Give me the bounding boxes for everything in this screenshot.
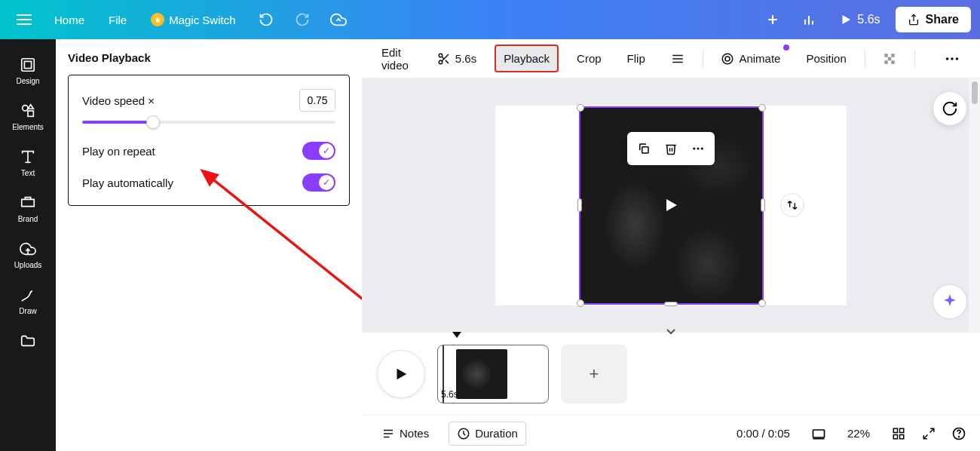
more-button[interactable] bbox=[936, 44, 968, 73]
speed-slider[interactable] bbox=[82, 121, 335, 124]
svg-rect-46 bbox=[813, 430, 824, 437]
svg-point-33 bbox=[951, 57, 954, 60]
duplicate-button[interactable] bbox=[632, 137, 656, 161]
timeline: 5.6s + bbox=[362, 332, 980, 415]
sidebar-item-text[interactable]: Text bbox=[3, 140, 53, 185]
home-nav[interactable]: Home bbox=[45, 8, 93, 32]
sidebar-item-elements[interactable]: Elements bbox=[3, 94, 53, 139]
auto-toggle[interactable]: ✓ bbox=[302, 173, 335, 192]
analytics-button[interactable] bbox=[794, 5, 824, 35]
resize-handle[interactable] bbox=[577, 104, 584, 112]
repeat-toggle[interactable]: ✓ bbox=[302, 142, 335, 160]
delete-button[interactable] bbox=[659, 137, 683, 161]
svg-rect-31 bbox=[892, 60, 896, 64]
help-button[interactable] bbox=[950, 425, 968, 443]
more-element-button[interactable] bbox=[686, 137, 710, 161]
svg-point-38 bbox=[697, 147, 700, 149]
regenerate-button[interactable] bbox=[933, 92, 966, 125]
resize-edge[interactable] bbox=[577, 198, 582, 212]
speed-label: Video speed × bbox=[82, 94, 155, 107]
resize-handle[interactable] bbox=[758, 299, 766, 307]
zoom-level[interactable]: 22% bbox=[840, 422, 877, 444]
context-toolbar: Edit video 5.6s Playback Crop Flip Anima… bbox=[362, 39, 980, 78]
file-nav[interactable]: File bbox=[100, 8, 136, 32]
svg-line-20 bbox=[446, 60, 449, 63]
page-frame[interactable] bbox=[495, 106, 847, 305]
vertical-scrollbar[interactable] bbox=[969, 78, 980, 332]
svg-marker-11 bbox=[28, 105, 33, 109]
svg-point-55 bbox=[959, 436, 960, 437]
svg-point-39 bbox=[701, 147, 703, 149]
sidebar-item-brand[interactable]: Brand bbox=[3, 186, 53, 231]
divider bbox=[865, 50, 865, 68]
add-button[interactable] bbox=[758, 5, 788, 35]
canvas-area[interactable] bbox=[362, 78, 980, 332]
undo-button[interactable] bbox=[251, 5, 281, 35]
svg-line-53 bbox=[923, 434, 927, 438]
resize-handle[interactable] bbox=[577, 299, 584, 307]
flip-button[interactable]: Flip bbox=[620, 46, 653, 71]
redo-button[interactable] bbox=[287, 5, 317, 35]
text-icon bbox=[19, 148, 37, 166]
draw-icon bbox=[19, 286, 37, 304]
video-element[interactable] bbox=[579, 106, 764, 305]
slider-thumb[interactable] bbox=[146, 115, 160, 129]
clip-thumbnail bbox=[456, 349, 507, 399]
element-float-toolbar bbox=[627, 132, 715, 165]
playhead-marker[interactable] bbox=[452, 332, 461, 338]
scrollbar-thumb[interactable] bbox=[972, 81, 978, 104]
play-overlay-icon[interactable] bbox=[662, 196, 680, 214]
svg-line-52 bbox=[930, 428, 934, 432]
grid-view-button[interactable] bbox=[890, 425, 908, 443]
brand-icon bbox=[19, 194, 37, 212]
top-header: Home File ♛ Magic Switch 5.6s Share bbox=[0, 0, 980, 39]
align-button[interactable] bbox=[663, 46, 692, 72]
svg-point-17 bbox=[439, 54, 443, 57]
svg-marker-41 bbox=[397, 368, 407, 379]
sidebar-label: Uploads bbox=[14, 261, 42, 269]
present-button[interactable]: 5.6s bbox=[830, 7, 889, 32]
duration-button[interactable]: Duration bbox=[449, 422, 526, 446]
svg-point-25 bbox=[723, 54, 733, 64]
animate-button[interactable]: Animate bbox=[713, 46, 788, 72]
magic-switch-nav[interactable]: ♛ Magic Switch bbox=[142, 7, 244, 32]
sidebar-item-uploads[interactable]: Uploads bbox=[3, 232, 53, 277]
crop-button[interactable]: Crop bbox=[569, 46, 609, 71]
trim-button[interactable]: 5.6s bbox=[430, 46, 484, 72]
fullscreen-button[interactable] bbox=[920, 425, 938, 443]
resize-edge[interactable] bbox=[664, 302, 678, 306]
playback-button[interactable]: Playback bbox=[495, 44, 559, 72]
toggle-knob: ✓ bbox=[319, 143, 334, 158]
svg-rect-29 bbox=[888, 57, 892, 60]
svg-rect-27 bbox=[885, 54, 889, 57]
sidebar-item-design[interactable]: Design bbox=[3, 48, 53, 93]
svg-line-21 bbox=[442, 57, 444, 59]
svg-rect-8 bbox=[24, 61, 31, 68]
sidebar-label: Text bbox=[21, 169, 35, 177]
timeline-play-button[interactable] bbox=[377, 350, 425, 398]
trim-duration: 5.6s bbox=[455, 52, 476, 65]
notes-label: Notes bbox=[400, 427, 429, 440]
swap-button[interactable] bbox=[780, 193, 804, 217]
speed-input[interactable] bbox=[299, 89, 335, 112]
panel-title: Video Playback bbox=[68, 51, 350, 75]
sidebar-item-draw[interactable]: Draw bbox=[3, 278, 53, 323]
position-button[interactable]: Position bbox=[798, 46, 853, 71]
timeline-collapse-button[interactable] bbox=[663, 326, 678, 336]
menu-button[interactable] bbox=[9, 5, 39, 35]
cloud-sync-icon[interactable] bbox=[323, 5, 354, 35]
edit-video-button[interactable]: Edit video bbox=[374, 40, 419, 78]
transparency-button[interactable] bbox=[875, 46, 904, 72]
uploads-icon bbox=[19, 240, 37, 258]
resize-handle[interactable] bbox=[758, 104, 766, 112]
pages-view-button[interactable] bbox=[810, 425, 828, 443]
share-button[interactable]: Share bbox=[896, 7, 971, 32]
add-page-button[interactable]: + bbox=[561, 345, 627, 403]
timeline-clip[interactable]: 5.6s bbox=[437, 345, 549, 403]
sidebar-item-projects[interactable] bbox=[3, 324, 53, 357]
ai-assistant-button[interactable] bbox=[932, 284, 968, 320]
svg-marker-5 bbox=[843, 15, 851, 24]
toggle-knob: ✓ bbox=[319, 175, 334, 190]
resize-edge[interactable] bbox=[761, 198, 765, 212]
notes-button[interactable]: Notes bbox=[374, 422, 436, 445]
